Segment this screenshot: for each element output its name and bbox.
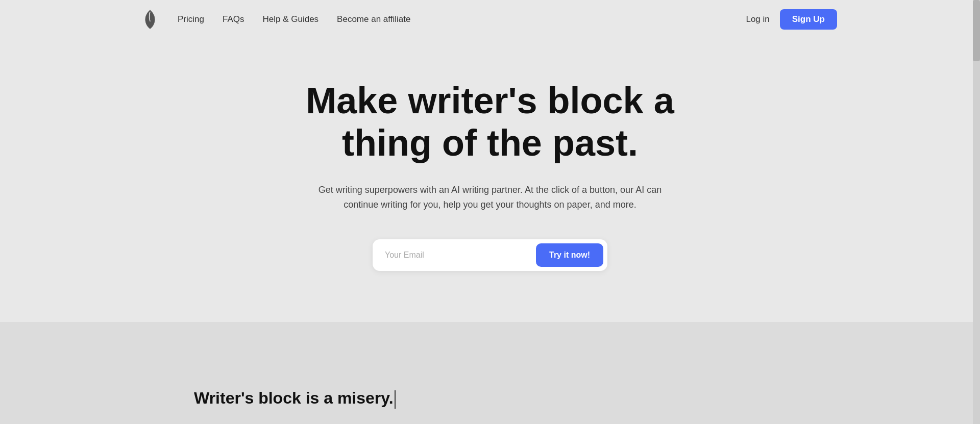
bottom-section: Writer's block is a misery. xyxy=(0,322,980,424)
text-cursor xyxy=(395,390,396,409)
nav-help-guides[interactable]: Help & Guides xyxy=(262,14,318,24)
try-now-button[interactable]: Try it now! xyxy=(536,243,603,267)
logo[interactable] xyxy=(143,9,157,30)
nav-faqs[interactable]: FAQs xyxy=(223,14,244,24)
email-input[interactable] xyxy=(385,251,536,260)
scrollbar-thumb[interactable] xyxy=(973,0,980,61)
hero-subtitle: Get writing superpowers with an AI writi… xyxy=(316,183,664,213)
navbar-actions: Log in Sign Up xyxy=(746,9,837,30)
logo-icon xyxy=(143,9,157,30)
nav-affiliate[interactable]: Become an affiliate xyxy=(337,14,410,24)
signup-button[interactable]: Sign Up xyxy=(780,9,837,30)
email-form: Try it now! xyxy=(373,239,607,271)
navbar: Pricing FAQs Help & Guides Become an aff… xyxy=(0,0,980,39)
navbar-links: Pricing FAQs Help & Guides Become an aff… xyxy=(178,14,746,24)
scrollbar[interactable] xyxy=(973,0,980,424)
login-button[interactable]: Log in xyxy=(746,14,769,24)
hero-section: Make writer's block a thing of the past.… xyxy=(0,39,980,322)
hero-title: Make writer's block a thing of the past. xyxy=(306,80,674,164)
bottom-text: Writer's block is a misery. xyxy=(194,389,396,409)
nav-pricing[interactable]: Pricing xyxy=(178,14,204,24)
